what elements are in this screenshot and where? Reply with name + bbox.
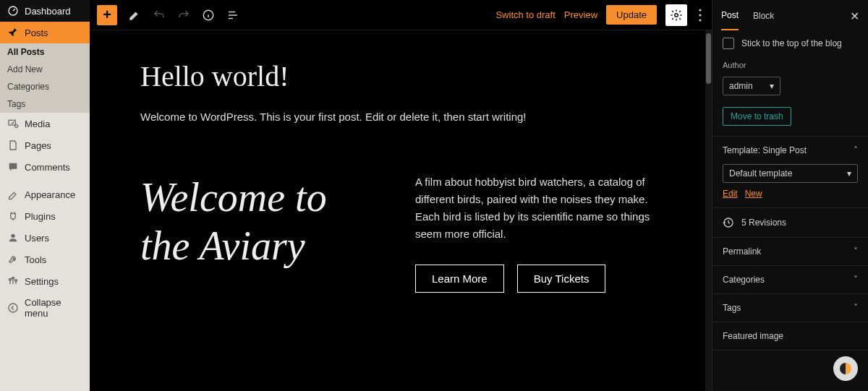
stick-to-top-checkbox[interactable] xyxy=(723,38,734,49)
update-button[interactable]: Update xyxy=(606,5,657,25)
sidebar-sub-add-new[interactable]: Add New xyxy=(0,61,90,78)
sidebar-sub-categories[interactable]: Categories xyxy=(0,78,90,95)
appearance-icon xyxy=(7,189,19,200)
canvas-scrollbar[interactable] xyxy=(705,30,712,391)
sidebar-label: Collapse menu xyxy=(25,297,82,319)
template-edit-link[interactable]: Edit xyxy=(723,189,738,199)
sidebar-label: Appearance xyxy=(25,189,75,200)
editor: + Switch to draft Preview Update Hello w… xyxy=(90,0,712,391)
revisions-row[interactable]: 5 Revisions xyxy=(712,207,868,237)
preview-link[interactable]: Preview xyxy=(564,9,597,20)
sidebar-item-dashboard[interactable]: Dashboard xyxy=(0,0,90,22)
svg-point-3 xyxy=(11,234,14,238)
settings-gear-button[interactable] xyxy=(665,4,687,26)
collapse-icon xyxy=(7,302,19,314)
template-title: Template: Single Post xyxy=(723,145,807,155)
editor-canvas[interactable]: Hello world! Welcome to WordPress. This … xyxy=(90,30,712,391)
move-to-trash-button[interactable]: Move to trash xyxy=(723,107,791,126)
hero-block[interactable]: Welcome to the Aviary A film about hobby… xyxy=(140,173,661,293)
svg-point-10 xyxy=(699,9,701,11)
featured-image-section[interactable]: Featured image xyxy=(712,322,868,351)
buy-tickets-button[interactable]: Buy Tickets xyxy=(517,265,606,293)
outline-icon[interactable] xyxy=(226,8,240,22)
contrast-icon xyxy=(840,363,851,374)
categories-label: Categories xyxy=(723,275,765,285)
svg-point-7 xyxy=(9,304,17,312)
permalink-label: Permalink xyxy=(723,246,761,257)
post-title[interactable]: Hello world! xyxy=(140,59,661,93)
add-block-button[interactable]: + xyxy=(97,5,117,25)
svg-rect-5 xyxy=(12,278,14,279)
svg-point-12 xyxy=(699,19,701,21)
sidebar-item-appearance[interactable]: Appearance xyxy=(0,184,90,205)
author-label: Author xyxy=(723,61,858,69)
chevron-up-icon: ˄ xyxy=(854,145,858,155)
tools-icon xyxy=(7,254,19,265)
dashboard-icon xyxy=(7,5,19,17)
sidebar-label: Settings xyxy=(25,276,59,287)
admin-sidebar: Dashboard Posts All Posts Add New Catego… xyxy=(0,0,90,391)
template-section-header[interactable]: Template: Single Post ˄ xyxy=(712,136,868,164)
undo-icon[interactable] xyxy=(152,8,166,22)
featured-image-label: Featured image xyxy=(723,331,783,341)
sidebar-label: Tools xyxy=(25,254,46,265)
media-icon xyxy=(7,118,19,129)
sidebar-item-pages[interactable]: Pages xyxy=(0,134,90,156)
author-value: admin xyxy=(729,81,753,91)
panel-tabs: Post Block ✕ xyxy=(712,0,868,32)
categories-section[interactable]: Categories ˅ xyxy=(712,265,868,293)
info-icon[interactable] xyxy=(201,8,216,22)
template-select[interactable]: Default template ▾ xyxy=(723,164,858,183)
pin-icon xyxy=(7,27,19,38)
sidebar-label: Comments xyxy=(25,162,70,173)
sidebar-label: Pages xyxy=(25,140,51,151)
comments-icon xyxy=(7,161,19,173)
learn-more-button[interactable]: Learn More xyxy=(415,265,504,293)
sidebar-item-settings[interactable]: Settings xyxy=(0,270,90,292)
scrollbar-thumb[interactable] xyxy=(706,33,711,84)
sidebar-label: Users xyxy=(25,233,49,244)
tab-post[interactable]: Post xyxy=(721,1,739,30)
sidebar-label: Plugins xyxy=(25,211,56,222)
template-new-link[interactable]: New xyxy=(745,189,762,199)
edit-mode-icon[interactable] xyxy=(127,8,142,22)
redo-icon[interactable] xyxy=(176,8,191,22)
chevron-down-icon: ▾ xyxy=(770,81,774,91)
plugins-icon xyxy=(7,210,19,222)
sidebar-item-users[interactable]: Users xyxy=(0,227,90,249)
chevron-down-icon: ˅ xyxy=(854,275,858,285)
sidebar-sub-all-posts[interactable]: All Posts xyxy=(0,43,90,61)
tags-label: Tags xyxy=(723,303,741,313)
chevron-down-icon: ▾ xyxy=(847,168,851,179)
hero-description[interactable]: A film about hobbyist bird watchers, a c… xyxy=(415,173,661,243)
svg-point-11 xyxy=(699,14,701,16)
author-select[interactable]: admin ▾ xyxy=(723,77,780,95)
panel-close-button[interactable]: ✕ xyxy=(850,9,859,23)
permalink-section[interactable]: Permalink ˅ xyxy=(712,237,868,265)
more-options-button[interactable] xyxy=(696,9,705,22)
chevron-down-icon: ˅ xyxy=(854,246,858,257)
svg-point-2 xyxy=(15,124,18,127)
svg-rect-6 xyxy=(15,280,17,281)
tags-section[interactable]: Tags ˅ xyxy=(712,293,868,322)
sidebar-item-tools[interactable]: Tools xyxy=(0,249,90,270)
sidebar-item-media[interactable]: Media xyxy=(0,113,90,134)
post-paragraph[interactable]: Welcome to WordPress. This is your first… xyxy=(140,111,661,123)
svg-rect-4 xyxy=(9,279,12,280)
svg-point-9 xyxy=(675,13,678,17)
theme-toggle-button[interactable] xyxy=(833,356,858,381)
sidebar-item-collapse[interactable]: Collapse menu xyxy=(0,292,90,324)
sidebar-sub-tags[interactable]: Tags xyxy=(0,95,90,113)
switch-to-draft-link[interactable]: Switch to draft xyxy=(495,9,555,20)
sidebar-item-comments[interactable]: Comments xyxy=(0,156,90,178)
sidebar-item-posts[interactable]: Posts xyxy=(0,22,90,43)
settings-icon xyxy=(7,275,19,287)
sidebar-item-plugins[interactable]: Plugins xyxy=(0,205,90,227)
editor-toolbar: + Switch to draft Preview Update xyxy=(90,0,712,30)
users-icon xyxy=(7,232,19,244)
tab-block[interactable]: Block xyxy=(753,2,774,30)
sidebar-label: Dashboard xyxy=(25,6,71,17)
hero-title[interactable]: Welcome to the Aviary xyxy=(140,173,386,270)
stick-to-top-label: Stick to the top of the blog xyxy=(741,38,842,48)
pages-icon xyxy=(7,139,19,151)
